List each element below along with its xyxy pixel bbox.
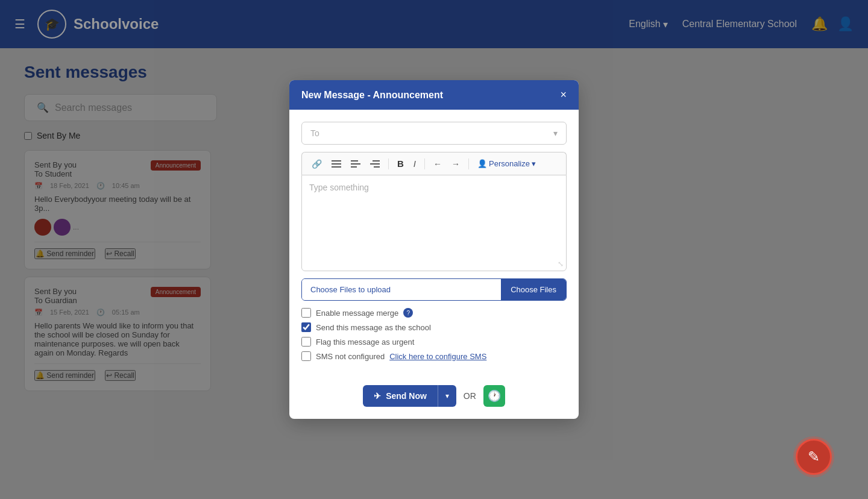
personalize-toolbar-button[interactable]: 👤 Personalize ▾: [475, 158, 538, 169]
message-toolbar: 🔗 B I ← →: [301, 152, 567, 175]
personalize-label: Personalize: [489, 159, 530, 168]
svg-rect-8: [374, 166, 380, 168]
italic-toolbar-button[interactable]: I: [411, 157, 418, 170]
svg-rect-6: [373, 160, 380, 162]
file-upload-row: Choose Files to upload Choose Files: [301, 278, 567, 301]
to-placeholder: To: [310, 128, 319, 138]
arrow-left-toolbar-button[interactable]: ←: [431, 158, 444, 170]
arrow-right-toolbar-button[interactable]: →: [449, 158, 462, 170]
schedule-icon: 🕐: [488, 389, 501, 403]
send-as-school-row: Send this message as the school: [301, 322, 567, 332]
svg-rect-0: [332, 160, 341, 162]
toolbar-divider: [424, 158, 425, 169]
sms-label: SMS not configured: [316, 352, 385, 361]
svg-rect-7: [370, 163, 380, 165]
toolbar-divider: [468, 158, 469, 169]
message-editor[interactable]: Type something ⤡: [301, 175, 567, 271]
modal-title: New Message - Announcement: [301, 90, 443, 101]
enable-merge-row: Enable message merge ?: [301, 308, 567, 318]
schedule-button[interactable]: 🕐: [483, 385, 505, 407]
send-now-label: Send Now: [386, 391, 427, 401]
send-button-group: ✈ Send Now ▾: [363, 385, 456, 407]
sms-configure-link[interactable]: Click here to configure SMS: [389, 352, 486, 361]
to-field[interactable]: To ▾: [301, 122, 567, 145]
align-right-toolbar-button[interactable]: [368, 158, 382, 169]
svg-rect-5: [351, 166, 357, 168]
editor-placeholder: Type something: [309, 183, 369, 192]
new-message-modal: New Message - Announcement × To ▾ 🔗: [289, 80, 579, 419]
enable-merge-checkbox[interactable]: [301, 308, 311, 318]
modal-header: New Message - Announcement ×: [289, 80, 579, 110]
send-as-school-label: Send this message as the school: [316, 323, 431, 332]
svg-rect-4: [351, 163, 360, 165]
send-now-button[interactable]: ✈ Send Now: [363, 385, 438, 407]
file-upload-label: Choose Files to upload: [302, 279, 501, 300]
align-left-toolbar-button[interactable]: [348, 158, 363, 169]
compose-fab-button[interactable]: ✎: [796, 439, 832, 475]
to-dropdown-icon: ▾: [553, 128, 558, 138]
svg-rect-3: [351, 160, 358, 162]
personalize-dropdown-icon: ▾: [532, 159, 536, 168]
link-toolbar-button[interactable]: 🔗: [309, 158, 324, 170]
send-as-school-checkbox[interactable]: [301, 322, 311, 332]
sms-row: SMS not configured Click here to configu…: [301, 351, 567, 361]
bold-toolbar-button[interactable]: B: [395, 157, 406, 170]
modal-close-button[interactable]: ×: [560, 89, 567, 101]
modal-overlay: New Message - Announcement × To ▾ 🔗: [0, 0, 868, 499]
send-icon: ✈: [374, 391, 381, 401]
flag-urgent-row: Flag this message as urgent: [301, 337, 567, 347]
compose-icon: ✎: [808, 448, 820, 465]
sms-checkbox[interactable]: [301, 351, 311, 361]
modal-body: To ▾ 🔗: [289, 110, 579, 378]
editor-resize-handle[interactable]: ⤡: [558, 260, 564, 268]
svg-rect-2: [332, 166, 341, 168]
enable-merge-label: Enable message merge: [316, 309, 398, 318]
list-toolbar-button[interactable]: [329, 158, 344, 169]
or-text: OR: [464, 391, 476, 401]
user-circle-icon: 👤: [477, 159, 487, 168]
modal-footer: ✈ Send Now ▾ OR 🕐: [289, 378, 579, 419]
flag-urgent-label: Flag this message as urgent: [316, 337, 414, 347]
flag-urgent-checkbox[interactable]: [301, 337, 311, 347]
toolbar-divider: [388, 158, 389, 169]
help-icon[interactable]: ?: [403, 308, 413, 318]
send-dropdown-button[interactable]: ▾: [438, 385, 456, 407]
choose-files-button[interactable]: Choose Files: [501, 279, 566, 300]
svg-rect-1: [332, 163, 341, 165]
